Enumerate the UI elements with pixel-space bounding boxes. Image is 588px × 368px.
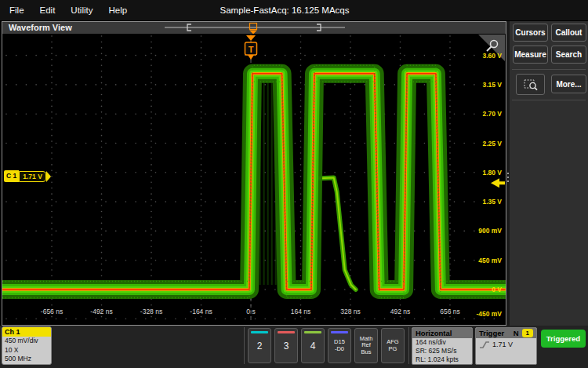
menu-bar: File Edit Utility Help Sample-FastAcq: 1… [0,0,588,20]
horizontal-settings-badge[interactable]: Horizontal 164 ns/div SR: 625 MS/s RL: 1… [412,327,473,365]
trigger-arrow-icon [246,35,256,41]
sample-rate: SR: 625 MS/s [412,347,472,355]
horizontal-scale: 164 ns/div [412,338,472,347]
trigger-mode: N [514,329,519,337]
trigger-level: 1.71 V [492,341,513,348]
afg-pg-button[interactable]: AFG PG [381,328,405,363]
trigger-mini-icon [250,24,257,30]
waveform-view-panel: Waveform View T [2,21,506,326]
more-button[interactable]: More... [551,75,586,93]
record-length: RL: 1.024 kpts [412,355,472,364]
oscilloscope-screen: File Edit Utility Help Sample-FastAcq: 1… [0,0,588,368]
channel-button-d15[interactable]: D15 -D0 [328,328,351,363]
menu-utility[interactable]: Utility [71,5,93,15]
channel-color-stripe [251,331,268,333]
channel-color-stripe [278,331,295,333]
channel-button-4[interactable]: 4 [301,328,325,363]
zoom-corner-button [478,35,505,61]
bottom-bar: Ch 1 450 mV/div 10 X 500 MHz 234D15 -D0M… [0,326,588,368]
math-ref-bus-button[interactable]: Math Ref Bus [354,328,378,363]
menu-help[interactable]: Help [108,5,127,15]
zoom-box-icon [523,78,539,92]
menu-edit[interactable]: Edit [40,5,56,15]
channel-1-scale: 450 mV/div [2,337,51,346]
channel-button-3[interactable]: 3 [274,328,298,363]
waveform-view-titlebar[interactable]: Waveform View [2,22,506,34]
channel-1-badge[interactable]: Ch 1 450 mV/div 10 X 500 MHz [2,326,52,365]
search-button[interactable]: Search [551,46,586,64]
tag-arrow-icon [46,171,51,182]
trigger-source-badge: 1 [522,329,533,337]
trigger-level-tag[interactable]: C 1 1.71 V [4,170,51,182]
triggered-status-button[interactable]: Triggered [541,330,586,348]
divider [244,327,245,364]
zoom-mode-button[interactable] [516,74,545,95]
channel-1-bandwidth: 500 MHz [2,355,51,364]
channel-color-stripe [331,331,348,333]
channel-button-2[interactable]: 2 [248,328,271,363]
channel-1-label: C 1 [4,170,19,182]
divider [512,69,586,70]
trigger-title: Trigger [479,329,504,337]
measure-button[interactable]: Measure [513,46,548,64]
callout-button[interactable]: Callout [551,24,586,42]
svg-text:T: T [249,45,254,54]
waveform-plot[interactable]: T [2,34,506,325]
divider [512,100,586,100]
channel-1-name: Ch 1 [2,327,51,337]
zoom-ruler[interactable] [2,22,506,35]
menu-file[interactable]: File [9,5,24,15]
horizontal-title: Horizontal [416,329,452,337]
right-control-panel: Cursors Callout Measure Search More... [510,21,588,326]
cursors-button[interactable]: Cursors [513,24,548,42]
acquisition-status: Sample-FastAcq: 16.125 MAcqs [220,5,350,15]
trigger-settings-badge[interactable]: Trigger N 1 1.71 V [475,327,537,365]
trigger-level-value: 1.71 V [19,171,46,182]
rising-edge-icon [479,340,490,349]
channel-1-attenuation: 10 X [2,346,51,355]
trigger-level-arrow-icon [491,178,499,188]
divider [408,327,409,364]
waveform-view-title: Waveform View [9,23,72,32]
channel-color-stripe [304,331,321,333]
